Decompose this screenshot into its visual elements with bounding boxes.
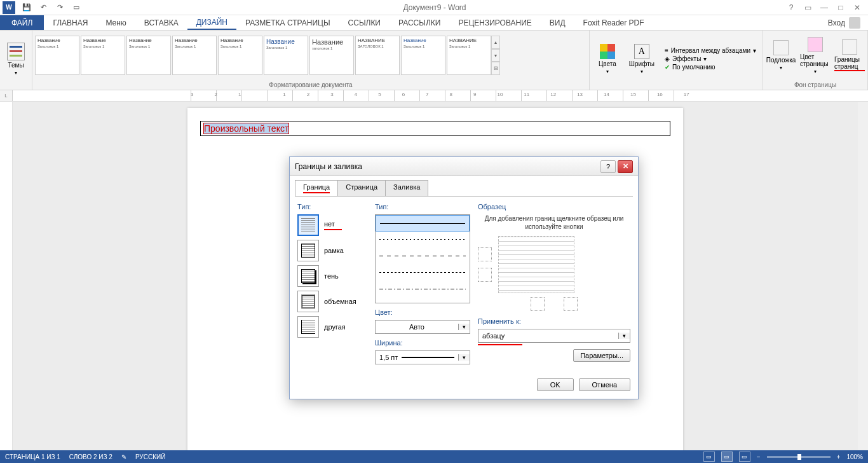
effects-icon: ◈ bbox=[665, 55, 670, 62]
tab-menu[interactable]: Меню bbox=[97, 15, 135, 30]
ok-button[interactable]: OK bbox=[537, 378, 574, 391]
color-combo[interactable]: Авто▾ bbox=[375, 320, 470, 334]
tab-border[interactable]: Граница bbox=[295, 180, 338, 196]
colors-fonts-group: Цвета▾ AШрифты▾ ≡Интервал между абзацами… bbox=[590, 31, 763, 90]
tab-design[interactable]: ДИЗАЙН bbox=[187, 15, 236, 30]
redo-icon[interactable]: ↷ bbox=[53, 1, 66, 14]
dialog-close-icon[interactable]: ✕ bbox=[618, 160, 633, 173]
linetype-label: Тип: bbox=[375, 203, 470, 211]
zoom-level[interactable]: 100% bbox=[846, 453, 863, 460]
parameters-button[interactable]: Параметры... bbox=[573, 349, 630, 362]
help-icon[interactable]: ? bbox=[784, 1, 798, 14]
status-words[interactable]: СЛОВО 2 ИЗ 2 bbox=[69, 453, 112, 460]
zoom-in-icon[interactable]: + bbox=[837, 453, 841, 460]
border-left-toggle[interactable] bbox=[531, 297, 545, 311]
style-item: НазваниеЗаголовок 1 bbox=[172, 36, 217, 75]
dialog-titlebar[interactable]: Границы и заливка ? ✕ bbox=[290, 157, 638, 176]
width-label: Ширина: bbox=[375, 339, 470, 347]
horizontal-ruler[interactable]: L 3211234567891011121314151617 bbox=[0, 90, 868, 102]
watermark-button[interactable]: Подложка▾ bbox=[766, 40, 796, 71]
effects-button[interactable]: ◈Эффекты ▾ bbox=[665, 55, 756, 62]
new-doc-icon[interactable]: ▭ bbox=[70, 1, 83, 14]
avatar-icon bbox=[849, 17, 860, 29]
paragraph-spacing-button[interactable]: ≡Интервал между абзацами ▾ bbox=[665, 47, 756, 54]
word-app-icon: W bbox=[3, 1, 15, 14]
tab-review[interactable]: РЕЦЕНЗИРОВАНИЕ bbox=[449, 15, 540, 30]
zoom-slider[interactable] bbox=[767, 456, 831, 458]
tab-layout[interactable]: РАЗМЕТКА СТРАНИЦЫ bbox=[236, 15, 339, 30]
status-page[interactable]: СТРАНИЦА 1 ИЗ 1 bbox=[5, 453, 60, 460]
tab-foxit[interactable]: Foxit Reader PDF bbox=[574, 15, 653, 30]
apply-to-label: Применить к: bbox=[478, 317, 630, 325]
ribbon: Темы▾ НазваниеЗаголовок 1 НазваниеЗаголо… bbox=[0, 31, 868, 90]
line-style-list[interactable] bbox=[375, 214, 470, 303]
status-bar: СТРАНИЦА 1 ИЗ 1 СЛОВО 2 ИЗ 2 ✎ РУССКИЙ ▭… bbox=[0, 450, 868, 463]
type-shadow[interactable]: тень bbox=[297, 265, 367, 287]
read-mode-icon[interactable]: ▭ bbox=[703, 452, 715, 462]
fonts-button[interactable]: AШрифты▾ bbox=[627, 44, 657, 74]
tab-view[interactable]: ВИД bbox=[541, 15, 574, 30]
zoom-out-icon[interactable]: − bbox=[757, 453, 761, 460]
print-layout-icon[interactable]: ▭ bbox=[721, 452, 733, 462]
format-group-label: Форматирование документа bbox=[32, 80, 589, 90]
ribbon-options-icon[interactable]: ▭ bbox=[801, 1, 815, 14]
tab-home[interactable]: ГЛАВНАЯ bbox=[44, 15, 97, 30]
style-item: Названиезаголовок 1 bbox=[309, 36, 354, 75]
web-layout-icon[interactable]: ▭ bbox=[739, 452, 750, 462]
style-item: НазваниеЗаголовок 1 bbox=[401, 36, 445, 75]
window-controls: ? ▭ — □ ✕ bbox=[784, 1, 868, 14]
colors-button[interactable]: Цвета▾ bbox=[592, 44, 623, 74]
border-right-toggle[interactable] bbox=[564, 297, 578, 311]
dialog-help-icon[interactable]: ? bbox=[600, 160, 616, 173]
quick-access-toolbar: 💾 ↶ ↷ ▭ bbox=[18, 1, 85, 14]
page-color-button[interactable]: Цвет страницы▾ bbox=[800, 37, 831, 74]
tab-shading[interactable]: Заливка bbox=[385, 180, 428, 196]
page-borders-button[interactable]: Границы страниц bbox=[834, 39, 865, 71]
dialog-title: Границы и заливка bbox=[295, 162, 599, 171]
bordered-paragraph[interactable]: Произвольный текст bbox=[200, 121, 670, 136]
border-bottom-toggle[interactable] bbox=[478, 268, 492, 282]
style-item: НазваниеЗаголовок 1 bbox=[35, 36, 79, 75]
dialog-tabs: Граница Страница Заливка bbox=[290, 176, 638, 196]
style-item: НазваниеЗаголовок 1 bbox=[81, 36, 125, 75]
selected-text[interactable]: Произвольный текст bbox=[203, 123, 289, 134]
set-default-button[interactable]: ✔По умолчанию bbox=[665, 64, 756, 71]
minimize-icon[interactable]: — bbox=[817, 1, 831, 14]
close-icon[interactable]: ✕ bbox=[850, 1, 864, 14]
file-tab[interactable]: ФАЙЛ bbox=[0, 15, 44, 30]
type-custom[interactable]: другая bbox=[297, 316, 367, 338]
save-icon[interactable]: 💾 bbox=[20, 1, 33, 14]
tab-insert[interactable]: ВСТАВКА bbox=[135, 15, 187, 30]
vertical-ruler[interactable] bbox=[0, 102, 13, 450]
themes-group: Темы▾ bbox=[0, 31, 32, 90]
apply-to-combo[interactable]: абзацу▾ bbox=[478, 329, 630, 343]
style-item: НазваниеЗаголовок 1 bbox=[126, 36, 171, 75]
type-none[interactable]: нет bbox=[297, 214, 367, 236]
login-button[interactable]: Вход bbox=[820, 15, 868, 30]
style-gallery[interactable]: НазваниеЗаголовок 1 НазваниеЗаголовок 1 … bbox=[35, 36, 491, 75]
status-language[interactable]: РУССКИЙ bbox=[135, 453, 165, 460]
type-3d[interactable]: объемная bbox=[297, 291, 367, 312]
preview-hint: Для добавления границ щелкните образец и… bbox=[478, 214, 630, 231]
type-box[interactable]: рамка bbox=[297, 240, 367, 261]
undo-icon[interactable]: ↶ bbox=[37, 1, 50, 14]
tab-page[interactable]: Страница bbox=[337, 180, 386, 196]
maximize-icon[interactable]: □ bbox=[834, 1, 848, 14]
vertical-scrollbar[interactable] bbox=[858, 102, 868, 450]
themes-button[interactable]: Темы▾ bbox=[3, 43, 29, 76]
proofing-icon[interactable]: ✎ bbox=[121, 453, 126, 460]
gallery-scroll[interactable]: ▴▾⊟ bbox=[491, 36, 500, 75]
check-icon: ✔ bbox=[665, 64, 670, 71]
width-combo[interactable]: 1,5 пт▾ bbox=[375, 350, 470, 364]
page-borders-icon bbox=[842, 39, 857, 55]
page-background-group: Подложка▾ Цвет страницы▾ Границы страниц… bbox=[763, 31, 868, 90]
border-top-toggle[interactable] bbox=[478, 247, 492, 261]
watermark-icon bbox=[773, 40, 789, 55]
themes-icon bbox=[7, 43, 25, 60]
tab-mailings[interactable]: РАССЫЛКИ bbox=[390, 15, 449, 30]
tab-references[interactable]: ССЫЛКИ bbox=[339, 15, 390, 30]
colors-icon bbox=[600, 44, 615, 59]
cancel-button[interactable]: Отмена bbox=[579, 378, 630, 391]
preview-canvas[interactable] bbox=[498, 236, 574, 293]
borders-shading-dialog: Границы и заливка ? ✕ Граница Страница З… bbox=[289, 156, 639, 399]
